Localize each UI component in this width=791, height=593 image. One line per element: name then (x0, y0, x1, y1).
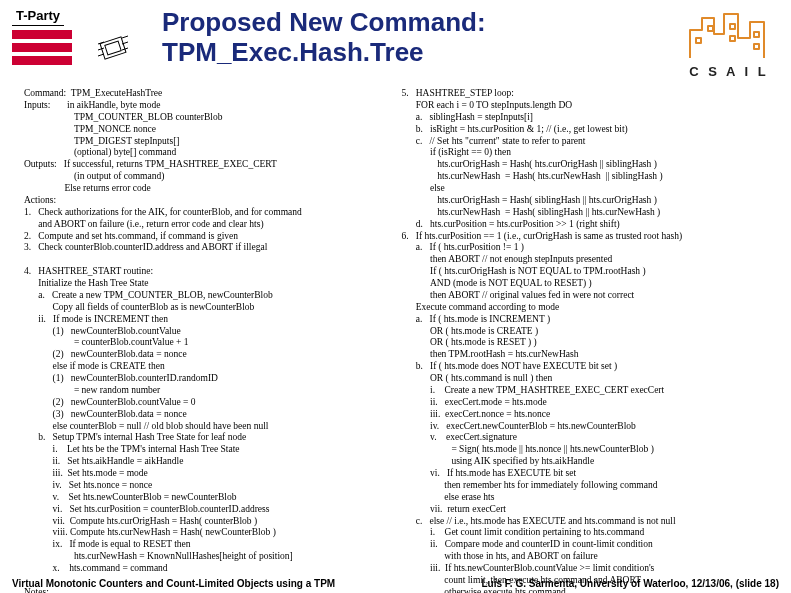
footer-right: Luis F. G. Sarmenta, University of Water… (481, 578, 779, 589)
slide-header: T-Party Proposed New Command: TPM_Exec.H… (0, 0, 791, 83)
tparty-logo: T-Party (12, 8, 142, 65)
title-line-1: Proposed New Command: (162, 8, 679, 38)
svg-line-3 (98, 48, 104, 50)
svg-rect-8 (696, 38, 701, 43)
svg-rect-9 (708, 26, 713, 31)
title-line-2: TPM_Exec.Hash.Tree (162, 38, 679, 68)
footer-left: Virtual Monotonic Counters and Count-Lim… (12, 578, 335, 589)
tparty-label: T-Party (12, 8, 64, 26)
svg-line-4 (98, 54, 104, 56)
svg-rect-11 (730, 36, 735, 41)
svg-rect-10 (730, 24, 735, 29)
title-block: Proposed New Command: TPM_Exec.Hash.Tree (142, 8, 679, 68)
csail-logo: C S A I L (679, 8, 779, 79)
csail-buildings-icon (684, 8, 774, 60)
slide-body: Command: TPM_ExecuteHashTree Inputs: in … (18, 88, 773, 565)
csail-label: C S A I L (689, 64, 768, 79)
svg-line-5 (122, 36, 128, 38)
chip-icon (92, 32, 134, 68)
slide-footer: Virtual Monotonic Counters and Count-Lim… (0, 578, 791, 589)
svg-rect-1 (105, 41, 121, 55)
body-right-column: 5. HASHTREE_STEP loop: FOR each i = 0 TO… (396, 88, 774, 565)
svg-rect-13 (754, 44, 759, 49)
body-left-column: Command: TPM_ExecuteHashTree Inputs: in … (18, 88, 396, 565)
tparty-bars-icon (12, 30, 72, 65)
svg-rect-12 (754, 32, 759, 37)
